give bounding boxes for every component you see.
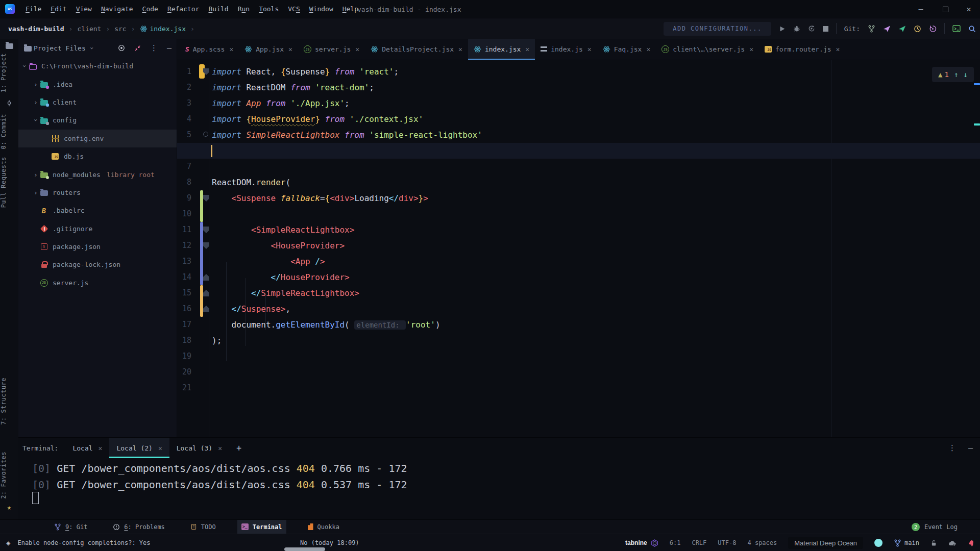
tab-app.jsx[interactable]: App.jsx✕: [239, 39, 298, 60]
terminal-icon[interactable]: [952, 24, 961, 33]
close-tab-icon[interactable]: ✕: [288, 45, 292, 53]
inspection-widget[interactable]: ▲ 1 ↑ ↓: [932, 67, 974, 82]
file-encoding[interactable]: UTF-8: [718, 539, 736, 546]
menu-navigate[interactable]: Navigate: [96, 0, 138, 18]
toolwindow-button-9-git[interactable]: 9: Git: [50, 520, 91, 534]
tree-chevron-icon[interactable]: ›: [21, 63, 29, 69]
breadcrumb-item-client[interactable]: client: [77, 25, 101, 33]
close-tab-icon[interactable]: ✕: [355, 45, 359, 53]
menu-build[interactable]: Build: [204, 0, 233, 18]
menu-vcs[interactable]: VCS: [283, 0, 304, 18]
stripe-item-structure[interactable]: 7: Structure: [0, 378, 18, 425]
code-editor[interactable]: 1import React, {Suspense} from 'react';2…: [177, 60, 980, 437]
tree-item-.babelrc[interactable]: B.babelrc: [18, 202, 177, 219]
line-ending[interactable]: CRLF: [692, 539, 706, 546]
scrollbar-mark[interactable]: [974, 123, 980, 126]
tree-item-config[interactable]: ›config: [18, 111, 177, 129]
menu-edit[interactable]: Edit: [46, 0, 71, 18]
menu-file[interactable]: File: [21, 0, 46, 18]
menu-run[interactable]: Run: [233, 0, 254, 18]
terminal-options-icon[interactable]: ⋮: [948, 443, 956, 453]
tab-form.router.js[interactable]: JSform.router.js✕: [759, 39, 845, 60]
git-branch-widget[interactable]: main: [894, 539, 919, 547]
tree-chevron-icon[interactable]: ›: [33, 189, 39, 196]
tab-client-server.js[interactable]: JSclient\…\server.js✕: [656, 39, 759, 60]
event-log-button[interactable]: 2 Event Log: [912, 520, 958, 534]
indent-setting[interactable]: 4 spaces: [747, 539, 777, 546]
run-icon[interactable]: [779, 26, 786, 32]
cloud-settings-icon[interactable]: [948, 540, 957, 546]
tab-app.scss[interactable]: SApp.scss✕: [180, 39, 239, 60]
new-terminal-tab-button[interactable]: +: [229, 438, 249, 458]
close-tab-icon[interactable]: ✕: [587, 45, 592, 53]
notification-bell-icon[interactable]: [968, 539, 975, 546]
close-terminal-tab-icon[interactable]: ✕: [99, 444, 103, 452]
commit-tool-icon[interactable]: [0, 99, 18, 107]
tab-faq.jsx[interactable]: Faq.jsx✕: [597, 39, 656, 60]
toolwindow-button-quokka[interactable]: Quokka: [304, 520, 344, 534]
close-window-button[interactable]: ✕: [958, 0, 980, 18]
toolwindow-button-6-problems[interactable]: 6: Problems: [109, 520, 168, 534]
collapse-all-icon[interactable]: [134, 45, 141, 52]
theme-color-dot[interactable]: [874, 539, 883, 547]
terminal-hide-icon[interactable]: —: [968, 443, 973, 453]
more-options-icon[interactable]: ⋮: [150, 43, 158, 53]
tree-item-db.js[interactable]: JSdb.js: [18, 147, 177, 165]
toolwindow-button-todo[interactable]: TODO: [186, 520, 220, 534]
status-message[interactable]: Enable node-config completions?: Yes: [17, 539, 150, 546]
minimize-window-button[interactable]: —: [910, 0, 932, 18]
close-tab-icon[interactable]: ✕: [458, 45, 462, 53]
menu-window[interactable]: Window: [305, 0, 338, 18]
menu-code[interactable]: Code: [138, 0, 163, 18]
close-terminal-tab-icon[interactable]: ✕: [218, 444, 222, 452]
tree-item-.gitignore[interactable]: .gitignore: [18, 220, 177, 238]
breadcrumb-item-src[interactable]: src: [114, 25, 126, 33]
maximize-window-button[interactable]: [934, 0, 957, 18]
terminal-tab-local[interactable]: Local✕: [65, 438, 109, 458]
tree-item-client[interactable]: ›client: [18, 93, 177, 111]
close-tab-icon[interactable]: ✕: [229, 45, 233, 53]
close-tab-icon[interactable]: ✕: [836, 45, 840, 53]
close-tab-icon[interactable]: ✕: [646, 45, 650, 53]
tab-index.jsx[interactable]: index.jsx✕: [468, 39, 535, 60]
fold-marker-icon[interactable]: [203, 132, 208, 137]
git-branch-icon[interactable]: [868, 25, 875, 33]
tab-index.js[interactable]: index.js✕: [535, 39, 597, 60]
scrollbar-mark[interactable]: [974, 83, 980, 85]
close-tab-icon[interactable]: ✕: [525, 45, 529, 53]
caret-position[interactable]: 6:1: [670, 539, 681, 546]
terminal-tab-local-2-[interactable]: Local (2)✕: [109, 438, 169, 458]
stripe-item--commit[interactable]: 0: Commit: [0, 114, 18, 149]
tree-chevron-icon[interactable]: ›: [33, 98, 39, 106]
tree-item-server.js[interactable]: JSserver.js: [18, 274, 177, 292]
tree-item-.idea[interactable]: ›.idea: [18, 75, 177, 93]
star-icon[interactable]: ★: [7, 503, 11, 511]
tree-item-c-front-vash-dim-build[interactable]: ›C:\Front\vash-dim-build: [18, 57, 177, 75]
menu-refactor[interactable]: Refactor: [163, 0, 204, 18]
tree-chevron-icon[interactable]: ›: [33, 171, 39, 179]
breadcrumb-item-index.jsx[interactable]: index.jsx: [140, 25, 186, 33]
tree-item-config.env[interactable]: config.env: [18, 130, 177, 147]
menu-view[interactable]: View: [71, 0, 96, 18]
tree-chevron-icon[interactable]: ›: [32, 117, 40, 123]
project-tool-icon[interactable]: [0, 42, 18, 49]
tabnine-widget[interactable]: tabnine: [625, 539, 658, 547]
search-everywhere-icon[interactable]: [968, 25, 976, 33]
stripe-item-favorites[interactable]: 2: Favorites: [0, 452, 18, 499]
git-commit-and-push-icon[interactable]: [898, 25, 906, 33]
tree-item-node-modules[interactable]: ›node_moduleslibrary root: [18, 165, 177, 183]
locate-file-icon[interactable]: [118, 44, 125, 52]
git-update-icon[interactable]: [914, 25, 921, 33]
debug-icon[interactable]: [793, 25, 800, 32]
stripe-item-pull-requests[interactable]: Pull Requests: [0, 157, 18, 208]
unlock-icon[interactable]: [930, 540, 937, 546]
menu-tools[interactable]: Tools: [254, 0, 283, 18]
prev-issue-arrow-icon[interactable]: ↑: [954, 70, 958, 79]
tree-item-package.json[interactable]: npackage.json: [18, 238, 177, 256]
close-tab-icon[interactable]: ✕: [749, 45, 753, 53]
theme-name[interactable]: Material Deep Ocean: [788, 537, 863, 549]
hide-panel-icon[interactable]: —: [167, 43, 172, 53]
tab-server.js[interactable]: JSserver.js✕: [298, 39, 365, 60]
terminal-tab-local-3-[interactable]: Local (3)✕: [169, 438, 229, 458]
tree-item-package-lock.json[interactable]: package-lock.json: [18, 256, 177, 273]
